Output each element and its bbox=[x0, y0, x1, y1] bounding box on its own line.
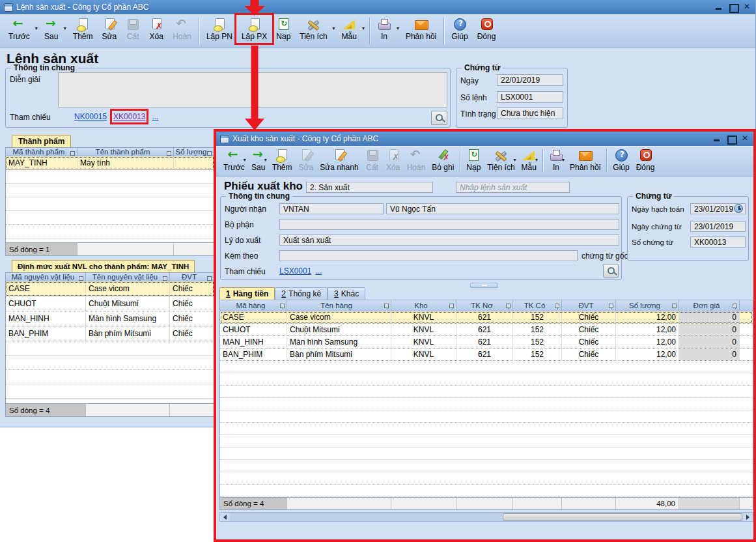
toolbar-button[interactable]: Thêm bbox=[68, 16, 98, 42]
column-header[interactable]: Đơn giá bbox=[679, 300, 740, 311]
production-order-input[interactable]: Nhập lệnh sản xuất bbox=[456, 182, 570, 193]
search-reference-button[interactable] bbox=[431, 111, 447, 125]
toolbar-button[interactable]: Trước bbox=[220, 147, 248, 173]
reference-link-nk00015[interactable]: NK00015 bbox=[74, 112, 107, 121]
toolbar-button[interactable]: Xóa bbox=[145, 16, 168, 42]
toolbar-button[interactable]: Trước bbox=[4, 16, 40, 42]
column-header[interactable]: TK Có bbox=[513, 300, 562, 311]
horizontal-scrollbar[interactable] bbox=[219, 512, 753, 522]
attach-input[interactable] bbox=[279, 250, 578, 261]
scroll-right-button[interactable] bbox=[743, 513, 753, 521]
toolbar-button-label: Sửa bbox=[298, 163, 313, 172]
receiver-code-input[interactable]: VNTAN bbox=[279, 203, 384, 214]
column-header[interactable]: Mã hàng bbox=[220, 300, 287, 311]
toolbar-button[interactable]: Lập PN bbox=[202, 16, 237, 42]
toolbar-button[interactable]: Đóng bbox=[473, 16, 501, 42]
tab[interactable]: 1 Hàng tiền bbox=[219, 287, 275, 300]
maximize-button[interactable] bbox=[727, 135, 735, 143]
empty-row bbox=[220, 448, 753, 460]
column-header[interactable]: TK Nợ bbox=[456, 300, 513, 311]
material-row[interactable]: CHUOT Chuột Mitsumi Chiếc bbox=[6, 296, 214, 311]
toolbar-button[interactable]: Nạp bbox=[272, 16, 295, 42]
department-input[interactable] bbox=[279, 219, 619, 230]
material-row[interactable]: BAN_PHIM Bàn phím Mitsumi Chiếc bbox=[6, 326, 214, 341]
product-row[interactable]: MAY_TINH Máy tính bbox=[6, 156, 214, 170]
doc-no-input[interactable]: XK00013 bbox=[690, 236, 746, 248]
toolbar-button[interactable]: Lập PX bbox=[237, 16, 272, 42]
empty-row bbox=[6, 341, 214, 356]
toolbar-button[interactable]: Phản hồi bbox=[567, 147, 604, 173]
column-header[interactable]: Tên nguyên vật liệu bbox=[86, 273, 170, 281]
column-header[interactable]: Số lượng bbox=[174, 148, 214, 156]
date-input[interactable]: 22/01/2019 bbox=[497, 74, 563, 86]
reference-more-link[interactable]: ... bbox=[152, 112, 158, 121]
toolbar-button[interactable]: Giúp bbox=[609, 147, 632, 173]
toolbar-button[interactable]: Sửa bbox=[97, 16, 121, 42]
toolbar-button[interactable]: Đóng bbox=[633, 147, 658, 173]
toolbar-button-label: Phản hồi bbox=[406, 32, 436, 41]
tab-products[interactable]: Thành phẩm bbox=[12, 135, 71, 147]
close-button[interactable] bbox=[743, 3, 751, 11]
toolbar-button[interactable]: Bỏ ghi bbox=[428, 147, 457, 173]
detail-row[interactable]: MAN_HINH Màn hình Samsung KNVL 621 152 C… bbox=[220, 336, 753, 349]
column-header[interactable]: Số lượng bbox=[616, 300, 679, 311]
order-no-input[interactable]: LSX0001 bbox=[497, 91, 563, 103]
toolbar-button[interactable]: Sau bbox=[40, 16, 68, 42]
column-header[interactable]: ĐVT bbox=[170, 273, 214, 281]
toolbar-button[interactable]: Tiện ích bbox=[295, 16, 337, 42]
receiver-name-input[interactable]: Vũ Ngọc Tấn bbox=[386, 203, 619, 214]
toolbar-button[interactable]: Sau bbox=[248, 147, 269, 173]
detail-row[interactable]: CASE Case vicom KNVL 621 152 Chiếc 12,00… bbox=[220, 311, 753, 324]
column-header[interactable]: Kho bbox=[391, 300, 456, 311]
toolbar-separator bbox=[443, 18, 444, 44]
detail-row[interactable]: BAN_PHIM Bàn phím Mitsumi KNVL 621 152 C… bbox=[220, 349, 753, 361]
doc-date-input[interactable]: 23/01/2019 bbox=[690, 221, 746, 232]
toolbar-button[interactable]: In bbox=[546, 147, 567, 173]
scroll-left-button[interactable] bbox=[220, 513, 230, 521]
toolbar-button[interactable]: Nạp bbox=[463, 147, 484, 173]
column-header[interactable]: Mã nguyên vật liệu bbox=[6, 273, 86, 281]
description-input[interactable] bbox=[58, 72, 447, 107]
splitter-handle[interactable] bbox=[470, 283, 498, 288]
dropdown-caret-icon bbox=[264, 154, 267, 164]
reason-input[interactable]: Xuất sản xuất bbox=[279, 235, 619, 246]
scrollbar-thumb[interactable] bbox=[503, 513, 742, 521]
reference-link-lsx0001[interactable]: LSX0001 bbox=[279, 266, 311, 276]
minimize-button[interactable] bbox=[712, 135, 721, 143]
close-button[interactable] bbox=[741, 135, 749, 143]
column-header[interactable]: Tên thành phẩm bbox=[77, 148, 174, 156]
minimize-button[interactable] bbox=[714, 3, 723, 11]
toolbar-button[interactable]: Mẫu bbox=[518, 147, 540, 173]
toolbar-button[interactable]: Phản hồi bbox=[401, 16, 441, 42]
toolbar-button[interactable]: Tiện ích bbox=[484, 147, 518, 173]
issue-type-select[interactable]: 2. Sản xuất bbox=[306, 182, 433, 193]
material-row[interactable]: MAN_HINH Màn hình Samsung Chiếc bbox=[6, 311, 214, 326]
tab[interactable]: 3 Khác bbox=[328, 287, 365, 300]
reference-link-xk00013[interactable]: XK00013 bbox=[113, 112, 145, 121]
row-count: Số dòng = 1 bbox=[6, 243, 77, 255]
toolbar-button[interactable]: In bbox=[372, 16, 401, 42]
column-header[interactable]: Mã thành phẩm bbox=[6, 148, 77, 156]
tab[interactable]: 2 Thống kê bbox=[275, 287, 328, 300]
dropdown-caret-icon bbox=[562, 154, 565, 164]
toolbar-button-label: Thêm bbox=[73, 32, 93, 41]
material-row[interactable]: CASE Case vicom Chiếc bbox=[6, 281, 214, 296]
clock-icon[interactable] bbox=[734, 204, 743, 213]
doc-date-label: Ngày chứng từ bbox=[632, 223, 682, 231]
column-header[interactable]: ĐVT bbox=[562, 300, 616, 311]
toolbar-button[interactable]: Sửa nhanh bbox=[316, 147, 361, 173]
ruler-icon bbox=[342, 18, 356, 31]
toolbar-separator bbox=[542, 149, 543, 173]
screen: Lệnh sản xuất - Công ty Cổ phần ABC Trướ… bbox=[0, 0, 756, 542]
search-reference-button[interactable] bbox=[603, 264, 619, 278]
toolbar-button[interactable]: Thêm bbox=[269, 147, 296, 173]
detail-row[interactable]: CHUOT Chuột Mitsumi KNVL 621 152 Chiếc 1… bbox=[220, 324, 753, 336]
maximize-button[interactable] bbox=[729, 3, 737, 11]
doc-edit-icon bbox=[332, 149, 346, 162]
column-header[interactable] bbox=[740, 300, 753, 311]
column-header[interactable]: Tên hàng bbox=[287, 300, 391, 311]
reference-more-link[interactable]: ... bbox=[315, 266, 322, 276]
attach-suffix-label: chứng từ gốc bbox=[581, 251, 628, 261]
toolbar-button[interactable]: Mẫu bbox=[337, 16, 367, 42]
toolbar-button[interactable]: Giúp bbox=[447, 16, 472, 42]
